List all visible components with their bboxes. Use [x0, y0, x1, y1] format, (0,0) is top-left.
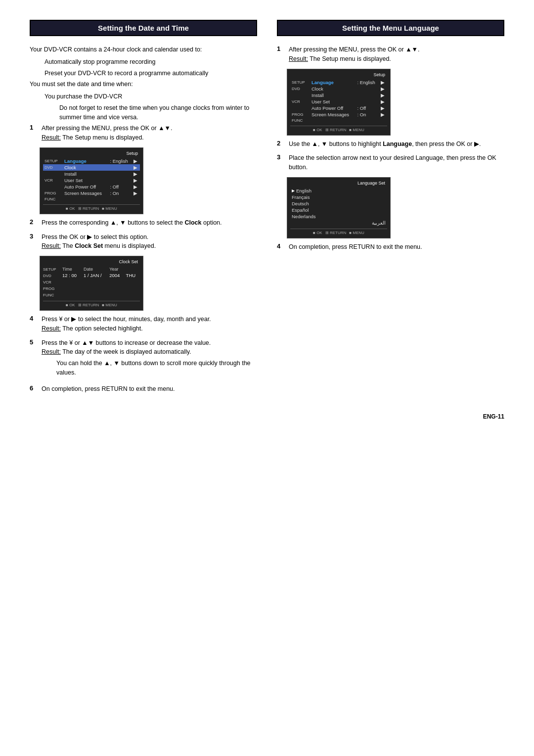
clock-bold: Clock	[184, 219, 201, 226]
menu-item-install: Install	[310, 92, 356, 98]
left-step3-result-label: Result:	[42, 242, 61, 249]
left-step5-result-text: The day of the week is displayed automat…	[61, 348, 191, 355]
left-step4-result-text: The option selected highlight.	[61, 325, 143, 332]
sidebar-setup: SETUP	[290, 79, 310, 86]
menu-item-install: Install	[63, 171, 108, 177]
table-row: SETUP Language : English ▶	[290, 79, 387, 86]
lang-francais: Français	[290, 194, 387, 200]
bottom-return: ⊞ RETURN	[78, 303, 99, 307]
bottom-return: ⊞ RETURN	[325, 128, 347, 132]
left-step4-content: Press ¥ or ▶ to select the hour, minutes…	[42, 315, 257, 333]
left-step1-content: After pressing the MENU, press the OK or…	[42, 124, 257, 142]
table-row: Time Date Year	[61, 266, 140, 272]
col-year: Year	[108, 266, 124, 272]
sidebar-empty2	[290, 105, 310, 111]
clockset-bold: Clock Set	[75, 242, 103, 249]
left-step2: 2 Press the corresponding ▲, ▼ buttons t…	[30, 218, 257, 228]
clock-screen: Clock Set SETUP DVD VCR PROG FUNC Time D…	[40, 256, 143, 311]
right-step2: 2 Use the ▲, ▼ buttons to highlight Lang…	[277, 140, 504, 149]
clock-date-val: 1 / JAN /	[82, 272, 108, 279]
left-menu-title1: Setup	[43, 151, 140, 156]
left-step3-content: Press the OK or ▶ to select this option.…	[42, 233, 257, 251]
menu-item-screenmsg-val: : On	[356, 111, 379, 118]
clock-day-val: THU	[125, 272, 140, 279]
clock-sidebar-setup: SETUP	[43, 266, 61, 273]
sidebar-setup: SETUP	[43, 158, 63, 164]
sidebar-func: FUNC	[43, 196, 63, 202]
menu-item-lang-val: : English	[108, 158, 132, 164]
menu-item-autopwr: Auto Power Off	[63, 184, 108, 190]
right-menu-table: SETUP Language : English ▶ DVD Clock ▶ I…	[290, 79, 387, 123]
menu-arrow: ▶	[379, 111, 387, 118]
menu-arrow: ▶	[132, 171, 140, 177]
clock-screen-bottom: ■ OK ⊞ RETURN ■ MENU	[43, 301, 140, 307]
left-step4-result-label: Result:	[42, 325, 61, 332]
bottom-ok: ■ OK	[66, 206, 75, 211]
right-section-title: Setting the Menu Language	[277, 20, 504, 36]
col-date: Date	[82, 266, 108, 272]
right-menu-bottom: ■ OK ⊞ RETURN ■ MENU	[290, 126, 387, 132]
bottom-menu: ■ MENU	[349, 231, 364, 235]
clock-sidebar-dvd: DVD	[43, 273, 61, 279]
right-step3-content: Place the selection arrow next to your d…	[289, 153, 504, 172]
menu-item-userset: User Set	[63, 177, 108, 184]
right-step1-num: 1	[277, 45, 287, 52]
clock-screen-body: SETUP DVD VCR PROG FUNC Time Date Year	[43, 266, 140, 298]
table-row: FUNC	[43, 196, 140, 202]
sidebar-dvd: DVD	[290, 86, 310, 92]
right-menu-title: Setup	[290, 72, 387, 77]
sidebar-empty1	[290, 92, 310, 98]
bottom-ok: ■ OK	[66, 303, 75, 307]
right-step1: 1 After pressing the MENU, press the OK …	[277, 45, 504, 64]
right-step4-num: 4	[277, 242, 287, 250]
menu-arrow: ▶	[379, 105, 387, 111]
clock-main: Time Date Year 12 : 00 1 / JAN / 2004 TH…	[61, 266, 140, 298]
sidebar-prog: PROG	[290, 111, 310, 118]
language-bold: Language	[383, 141, 412, 147]
right-step4: 4 On completion, press RETURN to exit th…	[277, 242, 504, 252]
lang-arabic: العربية	[290, 220, 387, 226]
menu-item-language: Language	[310, 79, 356, 86]
right-step2-num: 2	[277, 140, 287, 147]
table-row: VCR User Set ▶	[43, 177, 140, 184]
menu-item-clock: Clock	[310, 86, 356, 92]
table-row: 12 : 00 1 / JAN / 2004 THU	[61, 272, 140, 279]
left-bullet1: Automatically stop programme recording	[44, 57, 257, 67]
menu-arrow: ▶	[379, 98, 387, 105]
left-menu-bottom1: ■ OK ⊞ RETURN ■ MENU	[43, 204, 140, 211]
left-step4-num: 4	[30, 315, 40, 322]
menu-item-autopwr-val: : Off	[108, 184, 132, 190]
bottom-menu: ■ MENU	[349, 128, 364, 132]
left-step6-content: On completion, press RETURN to exit the …	[42, 384, 257, 394]
left-step5: 5 Press the ¥ or ▲▼ buttons to increase …	[30, 338, 257, 379]
left-step5-note: You can hold the ▲, ▼ buttons down to sc…	[56, 359, 257, 378]
table-row: Install ▶	[43, 171, 140, 177]
clock-sidebar-func: FUNC	[43, 292, 61, 298]
sidebar-vcr: VCR	[290, 98, 310, 105]
menu-item-screenmsg-val: : On	[108, 190, 132, 196]
table-row: DVD Clock ▶	[43, 164, 140, 171]
menu-item-lang-val: : English	[356, 79, 379, 86]
clock-screen-title: Clock Set	[43, 259, 140, 264]
menu-item-autopwr-val: : Off	[356, 105, 379, 111]
menu-arrow: ▶	[132, 158, 140, 164]
menu-arrow: ▶	[379, 92, 387, 98]
col-time: Time	[61, 266, 82, 272]
clock-sidebar: SETUP DVD VCR PROG FUNC	[43, 266, 61, 298]
clock-time-val: 12 : 00	[61, 272, 82, 279]
page-layout: Setting the Date and Time Your DVD-VCR c…	[30, 20, 504, 398]
table-row: Auto Power Off : Off ▶	[43, 184, 140, 190]
clock-year-val: 2004	[108, 272, 124, 279]
left-step2-num: 2	[30, 218, 40, 226]
sidebar-func: FUNC	[290, 118, 310, 123]
col-day	[125, 266, 140, 272]
left-when-text: You must set the date and time when:	[30, 80, 257, 89]
sidebar-empty1	[43, 171, 63, 177]
left-step5-result-label: Result:	[42, 348, 61, 355]
menu-arrow: ▶	[379, 79, 387, 86]
bottom-menu: ■ MENU	[102, 303, 117, 307]
right-step1-content: After pressing the MENU, press the OK or…	[289, 45, 504, 64]
menu-arrow: ▶	[132, 164, 140, 171]
left-section-title: Setting the Date and Time	[30, 20, 257, 36]
sidebar-prog: PROG	[43, 190, 63, 196]
